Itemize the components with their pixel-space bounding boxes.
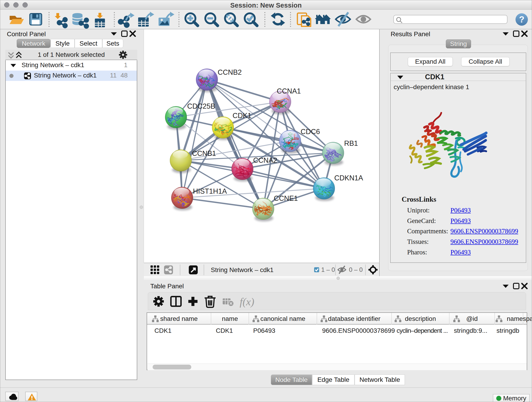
svg-text:0 – 0: 0 – 0	[349, 266, 363, 273]
svg-text:?: ?	[519, 15, 524, 24]
svg-text:HIST1H1A: HIST1H1A	[193, 187, 227, 195]
svg-text:CCNA1: CCNA1	[277, 87, 301, 95]
svg-text:RB1: RB1	[344, 139, 358, 147]
svg-text:1 – 0: 1 – 0	[321, 266, 335, 273]
svg-text:CCNA2: CCNA2	[253, 156, 277, 164]
svg-text:CCNB1: CCNB1	[192, 149, 216, 157]
svg-text:f(x): f(x)	[240, 296, 254, 307]
svg-text:CCNE1: CCNE1	[274, 194, 298, 202]
svg-text:CDC25B: CDC25B	[187, 102, 215, 110]
svg-text:CDC6: CDC6	[301, 128, 320, 136]
svg-text:CDKN1A: CDKN1A	[334, 174, 363, 182]
svg-text:CCNB2: CCNB2	[218, 68, 242, 76]
svg-text:CDK1: CDK1	[233, 112, 252, 120]
